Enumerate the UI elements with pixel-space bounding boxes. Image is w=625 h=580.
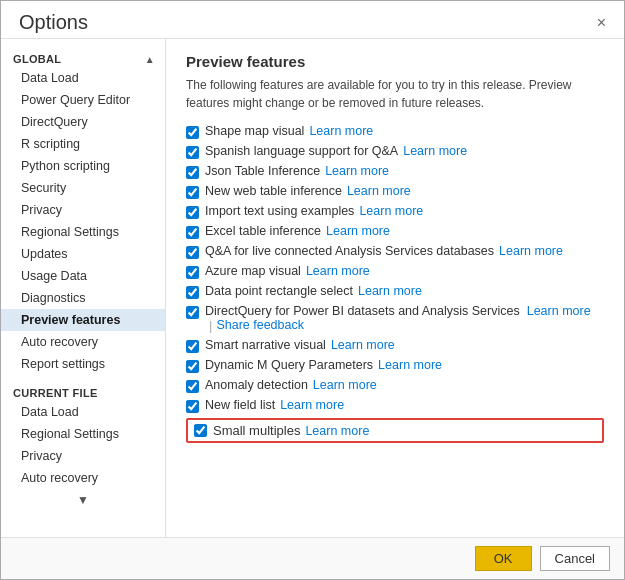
spanish-learn-more[interactable]: Learn more [403,144,467,158]
directquery-bi-checkbox[interactable] [186,306,199,319]
feature-row-qa-live: Q&A for live connected Analysis Services… [186,244,604,259]
directquery-bi-links: Learn more [527,304,596,318]
sidebar-item-data-load-current[interactable]: Data Load [1,401,165,423]
sidebar-item-preview-features[interactable]: Preview features [1,309,165,331]
web-table-label: New web table inference [205,184,342,198]
import-text-learn-more[interactable]: Learn more [359,204,423,218]
import-text-label: Import text using examples [205,204,354,218]
sidebar-item-security[interactable]: Security [1,177,165,199]
content-title: Preview features [186,53,604,70]
feature-row-import-text: Import text using examples Learn more [186,204,604,219]
smart-narrative-checkbox[interactable] [186,340,199,353]
anomaly-learn-more[interactable]: Learn more [313,378,377,392]
azure-map-learn-more[interactable]: Learn more [306,264,370,278]
directquery-bi-label: DirectQuery for Power BI datasets and An… [205,304,520,318]
azure-map-label: Azure map visual [205,264,301,278]
feature-row-shape-map: Shape map visual Learn more [186,124,604,139]
excel-table-checkbox[interactable] [186,226,199,239]
sidebar-item-usage-data[interactable]: Usage Data [1,265,165,287]
feature-row-new-field: New field list Learn more [186,398,604,413]
spanish-checkbox[interactable] [186,146,199,159]
sidebar-item-report-settings[interactable]: Report settings [1,353,165,375]
sidebar-item-privacy[interactable]: Privacy [1,199,165,221]
excel-table-label: Excel table inference [205,224,321,238]
import-text-checkbox[interactable] [186,206,199,219]
feature-row-json-table: Json Table Inference Learn more [186,164,604,179]
shape-map-checkbox[interactable] [186,126,199,139]
pipe-separator: | [209,318,212,333]
qa-live-label: Q&A for live connected Analysis Services… [205,244,494,258]
sidebar-item-privacy-current[interactable]: Privacy [1,445,165,467]
sidebar-item-regional-settings[interactable]: Regional Settings [1,221,165,243]
dialog-title: Options [19,11,88,34]
sidebar: GLOBAL ▲ Data Load Power Query Editor Di… [1,39,166,537]
qa-live-learn-more[interactable]: Learn more [499,244,563,258]
excel-table-learn-more[interactable]: Learn more [326,224,390,238]
feature-row-data-point: Data point rectangle select Learn more [186,284,604,299]
smart-narrative-learn-more[interactable]: Learn more [331,338,395,352]
json-table-label: Json Table Inference [205,164,320,178]
sidebar-item-directquery[interactable]: DirectQuery [1,111,165,133]
data-point-label: Data point rectangle select [205,284,353,298]
directquery-bi-text-block: DirectQuery for Power BI datasets and An… [205,304,604,333]
new-field-label: New field list [205,398,275,412]
feature-row-excel-table: Excel table inference Learn more [186,224,604,239]
dialog-footer: OK Cancel [1,537,624,579]
data-point-checkbox[interactable] [186,286,199,299]
web-table-checkbox[interactable] [186,186,199,199]
new-field-checkbox[interactable] [186,400,199,413]
sidebar-scroll-down-icon[interactable]: ▼ [77,493,89,507]
dynamic-m-learn-more[interactable]: Learn more [378,358,442,372]
global-section-label: GLOBAL ▲ [1,47,165,67]
options-dialog: Options × GLOBAL ▲ Data Load Power Query… [0,0,625,580]
feature-row-azure-map: Azure map visual Learn more [186,264,604,279]
feature-row-directquery-bi: DirectQuery for Power BI datasets and An… [186,304,604,333]
qa-live-checkbox[interactable] [186,246,199,259]
title-bar: Options × [1,1,624,38]
ok-button[interactable]: OK [475,546,532,571]
data-point-learn-more[interactable]: Learn more [358,284,422,298]
sidebar-item-regional-settings-current[interactable]: Regional Settings [1,423,165,445]
sidebar-item-auto-recovery-current[interactable]: Auto recovery [1,467,165,489]
global-caret-icon: ▲ [145,54,155,65]
feature-row-anomaly: Anomaly detection Learn more [186,378,604,393]
directquery-bi-share-feedback[interactable]: Share feedback [216,318,304,332]
small-multiples-checkbox[interactable] [194,424,207,437]
content-panel: Preview features The following features … [166,39,624,537]
azure-map-checkbox[interactable] [186,266,199,279]
content-description: The following features are available for… [186,76,604,112]
sidebar-item-python-scripting[interactable]: Python scripting [1,155,165,177]
shape-map-label: Shape map visual [205,124,304,138]
sidebar-item-power-query-editor[interactable]: Power Query Editor [1,89,165,111]
smart-narrative-label: Smart narrative visual [205,338,326,352]
feature-row-web-table: New web table inference Learn more [186,184,604,199]
feature-row-spanish: Spanish language support for Q&A Learn m… [186,144,604,159]
shape-map-learn-more[interactable]: Learn more [309,124,373,138]
dynamic-m-label: Dynamic M Query Parameters [205,358,373,372]
sidebar-item-updates[interactable]: Updates [1,243,165,265]
anomaly-label: Anomaly detection [205,378,308,392]
small-multiples-label: Small multiples [213,423,300,438]
dialog-body: GLOBAL ▲ Data Load Power Query Editor Di… [1,38,624,537]
dynamic-m-checkbox[interactable] [186,360,199,373]
json-table-learn-more[interactable]: Learn more [325,164,389,178]
small-multiples-learn-more[interactable]: Learn more [305,424,369,438]
sidebar-item-r-scripting[interactable]: R scripting [1,133,165,155]
cancel-button[interactable]: Cancel [540,546,610,571]
directquery-bi-learn-more[interactable]: Learn more [527,304,591,318]
json-table-checkbox[interactable] [186,166,199,179]
spanish-label: Spanish language support for Q&A [205,144,398,158]
anomaly-checkbox[interactable] [186,380,199,393]
web-table-learn-more[interactable]: Learn more [347,184,411,198]
new-field-learn-more[interactable]: Learn more [280,398,344,412]
feature-row-dynamic-m: Dynamic M Query Parameters Learn more [186,358,604,373]
feature-row-smart-narrative: Smart narrative visual Learn more [186,338,604,353]
current-file-section-label: CURRENT FILE [1,381,165,401]
close-button[interactable]: × [591,12,612,34]
sidebar-item-auto-recovery[interactable]: Auto recovery [1,331,165,353]
sidebar-item-data-load-global[interactable]: Data Load [1,67,165,89]
sidebar-item-diagnostics[interactable]: Diagnostics [1,287,165,309]
feature-row-small-multiples: Small multiples Learn more [186,418,604,443]
